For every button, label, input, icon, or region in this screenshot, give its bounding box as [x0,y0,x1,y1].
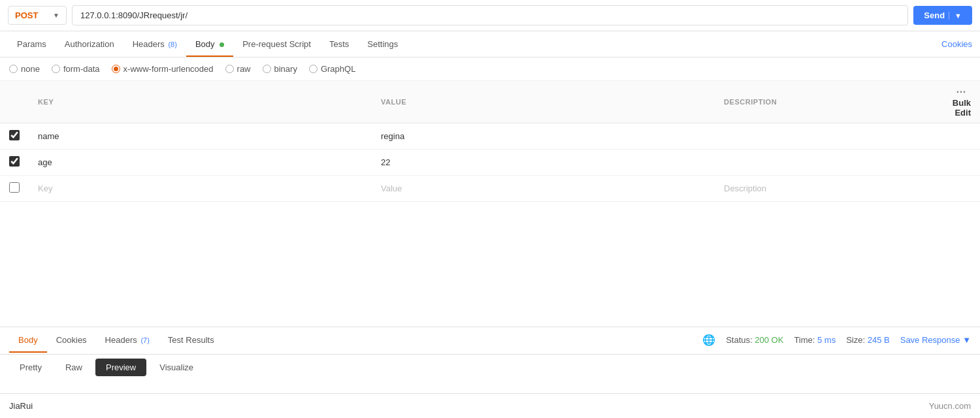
request-tabs: Params Authorization Headers (8) Body Pr… [8,31,941,57]
placeholder-desc-cell [715,176,928,202]
top-bar: POST ▼ Send ▼ [0,0,980,31]
body-type-raw[interactable]: raw [225,64,251,74]
row1-value-cell [372,123,715,150]
row1-check-cell [0,123,29,150]
row2-key-cell [29,150,372,176]
placeholder-value-input[interactable] [372,177,715,200]
row1-desc-input[interactable] [715,125,928,148]
tab-settings[interactable]: Settings [358,31,407,57]
row2-value-input[interactable] [372,151,715,174]
send-button[interactable]: Send ▼ [913,6,972,25]
placeholder-key-input[interactable] [29,177,372,200]
method-chevron-icon: ▼ [53,12,59,19]
row2-value-cell [372,150,715,176]
placeholder-check-cell [0,176,29,202]
radio-none-dot [9,65,18,73]
body-type-binary[interactable]: binary [263,64,297,74]
row1-value-input[interactable] [372,125,715,148]
request-tab-nav: Params Authorization Headers (8) Body Pr… [0,31,980,57]
send-chevron-icon[interactable]: ▼ [949,12,962,20]
radio-binary-dot [263,65,271,73]
col-actions-header: ··· Bulk Edit [928,81,980,123]
row1-checkbox[interactable] [9,130,20,140]
tab-headers[interactable]: Headers (8) [123,31,186,57]
more-options-icon[interactable]: ··· [956,86,966,97]
body-type-none[interactable]: none [9,64,40,74]
body-type-urlencoded[interactable]: x-www-form-urlencoded [112,64,214,74]
table-row [0,123,980,150]
send-label: Send [924,10,945,20]
row2-check-cell [0,150,29,176]
radio-graphql-dot [309,65,318,73]
method-label: POST [15,10,38,20]
tab-pre-request[interactable]: Pre-request Script [233,31,320,57]
radio-form-data-dot [52,65,60,73]
radio-urlencoded-dot [112,65,120,73]
table-row-placeholder [0,176,980,202]
row1-actions-cell [928,123,980,150]
placeholder-value-cell [372,176,715,202]
row2-actions-cell [928,150,980,176]
row2-desc-cell [715,150,928,176]
placeholder-desc-input[interactable] [715,177,928,200]
tab-body[interactable]: Body [186,31,233,57]
placeholder-actions-cell [928,176,980,202]
col-check-header [0,81,29,123]
table-header-row: KEY VALUE DESCRIPTION ··· Bulk Edit [0,81,980,123]
row2-desc-input[interactable] [715,151,928,174]
col-value-header: VALUE [372,81,715,123]
col-key-header: KEY [29,81,372,123]
tab-params[interactable]: Params [8,31,56,57]
tab-authorization[interactable]: Authorization [56,31,123,57]
row1-key-input[interactable] [29,125,372,148]
row2-key-input[interactable] [29,151,372,174]
body-active-dot [220,42,224,47]
url-input[interactable] [72,5,908,25]
row1-key-cell [29,123,372,150]
table-row [0,150,980,176]
placeholder-checkbox[interactable] [9,182,20,193]
radio-raw-dot [225,65,234,73]
kv-table: KEY VALUE DESCRIPTION ··· Bulk Edit [0,81,980,202]
tab-tests[interactable]: Tests [320,31,358,57]
body-type-graphql[interactable]: GraphQL [309,64,355,74]
placeholder-key-cell [29,176,372,202]
row1-desc-cell [715,123,928,150]
method-select[interactable]: POST ▼ [8,6,67,25]
headers-badge: (8) [168,40,176,48]
bulk-edit-button[interactable]: Bulk Edit [953,98,971,118]
col-desc-header: DESCRIPTION [715,81,928,123]
cookies-link[interactable]: Cookies [941,31,972,57]
body-type-row: none form-data x-www-form-urlencoded raw… [0,57,980,81]
row2-checkbox[interactable] [9,156,20,167]
body-type-form-data[interactable]: form-data [52,64,100,74]
